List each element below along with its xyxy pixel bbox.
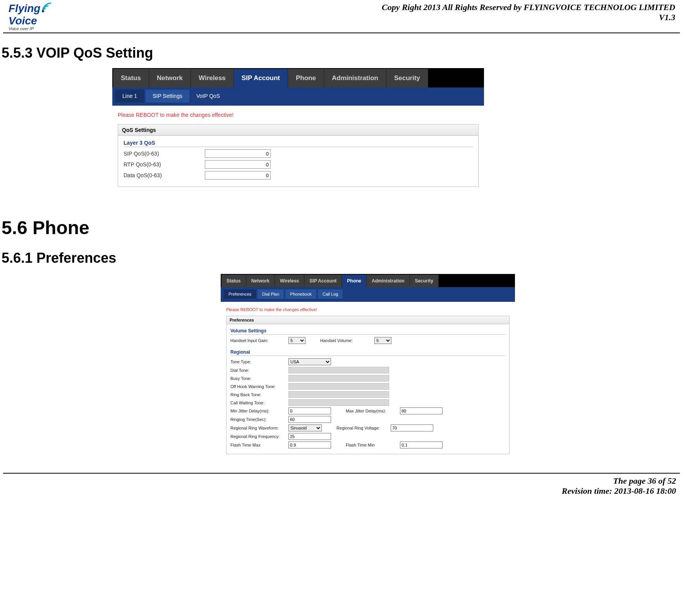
subtab2-dialplan[interactable]: Dial Plan (257, 289, 284, 299)
main-tabs-2: Status Network Wireless SIP Account Phon… (221, 274, 515, 287)
tab-status[interactable]: Status (113, 69, 149, 87)
pref-body: Please REBOOT to make the changes effect… (221, 302, 515, 457)
sip-qos-label: SIP QoS(0-63) (124, 151, 205, 157)
heading-561: 5.6.1 Preferences (2, 250, 683, 266)
flash-time-min-label: Flash Time Min (346, 443, 400, 447)
tab2-phone[interactable]: Phone (342, 275, 367, 287)
page-footer: The page 36 of 52 Revision time: 2013-08… (3, 473, 680, 503)
tab2-wireless[interactable]: Wireless (275, 275, 304, 287)
tab2-network[interactable]: Network (246, 275, 275, 287)
screenshot-preferences: Status Network Wireless SIP Account Phon… (221, 274, 515, 457)
busy-tone-field (288, 375, 389, 382)
reboot-message: Please REBOOT to make the changes effect… (118, 112, 479, 118)
data-qos-input[interactable] (205, 171, 271, 180)
callwaiting-tone-field (288, 399, 389, 406)
subtab2-preferences[interactable]: Preferences (224, 289, 256, 299)
revision-time: Revision time: 2013-08-16 18:00 (3, 486, 676, 496)
tab-wireless[interactable]: Wireless (191, 69, 234, 87)
ring-waveform-select[interactable]: Sinusoid (288, 424, 322, 431)
busy-tone-label: Busy Tone: (230, 376, 288, 381)
subtab-sip-settings[interactable]: SIP Settings (146, 90, 189, 103)
layer3-heading: Layer 3 QoS (124, 140, 473, 147)
volume-settings-heading: Volume Settings (230, 328, 505, 335)
logo-voice-text: Voice (9, 15, 40, 27)
heading-553: 5.5.3 VOIP QoS Setting (2, 45, 683, 61)
max-jitter-input[interactable] (400, 407, 443, 414)
sub-tabs-2: Preferences Dial Plan Phonebook Call Log (221, 287, 515, 302)
sub-tabs: Line 1 SIP Settings VoIP QoS (112, 87, 484, 106)
main-tabs: Status Network Wireless SIP Account Phon… (112, 68, 484, 87)
ringing-time-input[interactable] (288, 416, 331, 423)
ringing-time-label: Ringing Time(Sec): (230, 417, 288, 422)
tab2-administration[interactable]: Administration (367, 275, 410, 287)
min-jitter-input[interactable] (288, 407, 331, 414)
tab2-security[interactable]: Security (410, 275, 439, 287)
callwaiting-tone-label: Call Waiting Tone: (230, 400, 288, 405)
flash-time-min-input[interactable] (400, 441, 443, 448)
tone-type-label: Tone Type: (230, 359, 288, 364)
data-qos-label: Data QoS(0-63) (124, 172, 205, 178)
sip-qos-input[interactable] (205, 149, 271, 158)
logo: Flying Voice Voice over IP (9, 2, 53, 31)
regional-heading: Regional (230, 349, 505, 356)
screenshot-qos: Status Network Wireless SIP Account Phon… (112, 68, 484, 190)
tab2-sip-account[interactable]: SIP Account (304, 275, 342, 287)
qos-settings-title: QoS Settings (118, 124, 479, 136)
dial-tone-field (288, 367, 389, 373)
tab-administration[interactable]: Administration (324, 69, 386, 87)
offhook-tone-field (288, 383, 389, 390)
subtab2-calllog[interactable]: Call Log (318, 289, 343, 299)
flash-time-max-label: Flash Time Max (230, 443, 288, 447)
ring-frequency-input[interactable] (288, 433, 331, 440)
tab-sip-account[interactable]: SIP Account (234, 69, 288, 87)
header-right: Copy Right 2013 All Rights Reserved by F… (382, 2, 675, 22)
page-number: The page 36 of 52 (3, 476, 676, 486)
logo-subtitle: Voice over IP (9, 26, 53, 31)
heading-56: 5.6 Phone (2, 217, 683, 238)
page-header: Flying Voice Voice over IP Copy Right 20… (3, 0, 680, 33)
logo-flying-text: Flying (9, 2, 40, 15)
wifi-icon (40, 2, 53, 13)
preferences-title: Preferences (226, 316, 510, 324)
flash-time-max-input[interactable] (288, 441, 331, 448)
rtp-qos-label: RTP QoS(0-63) (124, 161, 205, 168)
ring-voltage-input[interactable] (391, 424, 433, 431)
subtab2-phonebook[interactable]: Phonebook (285, 289, 316, 299)
handset-input-gain-label: Handset Input Gain: (230, 338, 288, 343)
subtab-voip-qos[interactable]: VoIP QoS (189, 90, 227, 103)
ringback-tone-field (288, 391, 389, 398)
ringback-tone-label: Ring Back Tone: (230, 392, 288, 397)
tab-network[interactable]: Network (149, 69, 191, 87)
tab2-status[interactable]: Status (221, 275, 246, 287)
handset-volume-label: Handset Volume: (320, 338, 374, 343)
tab-security[interactable]: Security (386, 69, 428, 87)
reboot-message-2: Please REBOOT to make the changes effect… (226, 307, 510, 312)
version-text: V1.3 (382, 12, 675, 22)
ring-frequency-label: Regional Ring Frequency: (230, 434, 288, 439)
subtab-line1[interactable]: Line 1 (115, 90, 144, 103)
offhook-tone-label: Off Hook Warning Tone: (230, 384, 288, 389)
copyright-text: Copy Right 2013 All Rights Reserved by F… (382, 2, 675, 12)
handset-volume-select[interactable]: 5 (374, 337, 391, 344)
svg-point-0 (42, 10, 44, 12)
dial-tone-label: Dial Tone: (230, 368, 288, 373)
handset-input-gain-select[interactable]: 5 (288, 337, 305, 344)
min-jitter-label: Min Jitter Delay(ms): (230, 409, 288, 413)
ring-voltage-label: Regional Ring Voltage: (336, 426, 391, 430)
qos-body: Please REBOOT to make the changes effect… (112, 106, 484, 190)
tone-type-select[interactable]: USA (288, 358, 331, 365)
rtp-qos-input[interactable] (205, 160, 271, 169)
tab-phone[interactable]: Phone (288, 69, 324, 87)
max-jitter-label: Max Jitter Delay(ms): (346, 409, 400, 413)
ring-waveform-label: Regional Ring Waveform: (230, 426, 288, 430)
